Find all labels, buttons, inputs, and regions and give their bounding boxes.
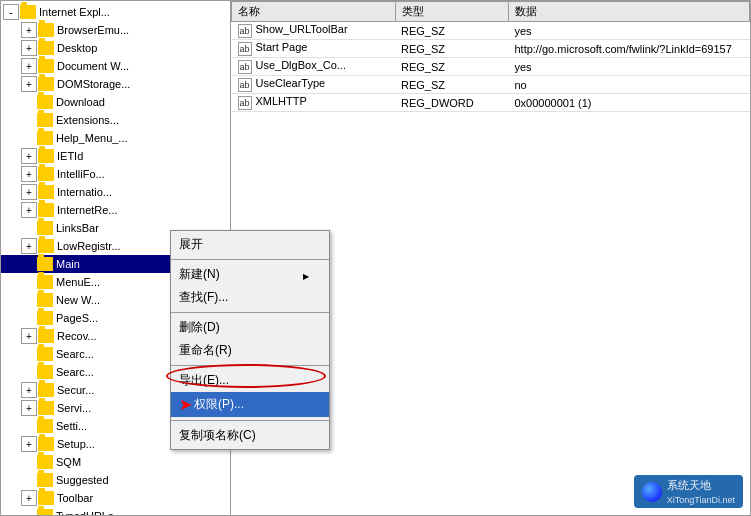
list-item[interactable]: SQM (1, 453, 230, 471)
tree-root[interactable]: - Internet Expl... (1, 3, 230, 21)
folder-icon (37, 419, 53, 433)
expand-icon[interactable]: + (21, 58, 37, 74)
expand-placeholder (21, 274, 37, 290)
arrow-icon: ➤ (179, 395, 192, 414)
values-table: 名称 类型 数据 abShow_URLToolBar REG_SZ yes ab… (231, 1, 750, 112)
expand-icon[interactable]: + (21, 166, 37, 182)
list-item[interactable]: + Internatio... (1, 183, 230, 201)
value-type-icon: ab (238, 96, 252, 110)
menu-separator (171, 259, 329, 260)
list-item[interactable]: + Toolbar (1, 489, 230, 507)
folder-icon (38, 59, 54, 73)
menu-item-label: 新建(N) (179, 266, 220, 283)
folder-icon (38, 203, 54, 217)
value-data: yes (508, 58, 749, 76)
folder-icon (38, 383, 54, 397)
folder-icon (37, 455, 53, 469)
table-row[interactable]: abXMLHTTP REG_DWORD 0x00000001 (1) (232, 94, 750, 112)
value-data: yes (508, 22, 749, 40)
list-item[interactable]: + Document W... (1, 57, 230, 75)
watermark-text: 系统天地 XiTongTianDi.net (667, 478, 735, 505)
tree-item-label: Searc... (56, 366, 94, 378)
folder-icon (38, 491, 54, 505)
folder-icon (37, 311, 53, 325)
folder-icon (37, 365, 53, 379)
menu-item-delete[interactable]: 删除(D) (171, 316, 329, 339)
expand-placeholder (21, 94, 37, 110)
folder-icon (37, 221, 53, 235)
expand-placeholder (21, 346, 37, 362)
menu-item-label: 复制项名称(C) (179, 427, 256, 444)
table-row[interactable]: abShow_URLToolBar REG_SZ yes (232, 22, 750, 40)
list-item[interactable]: + InternetRe... (1, 201, 230, 219)
expand-icon[interactable]: + (21, 490, 37, 506)
tree-item-label: Download (56, 96, 105, 108)
menu-item-label: 展开 (179, 236, 203, 253)
value-data: 0x00000001 (1) (508, 94, 749, 112)
expand-icon[interactable]: + (21, 184, 37, 200)
menu-item-new[interactable]: 新建(N) (171, 263, 329, 286)
list-item[interactable]: + IETId (1, 147, 230, 165)
expand-placeholder (21, 508, 37, 515)
expand-icon[interactable]: + (21, 328, 37, 344)
expand-placeholder (21, 112, 37, 128)
tree-item-label: InternetRe... (57, 204, 118, 216)
tree-item-label: PageS... (56, 312, 98, 324)
menu-separator (171, 365, 329, 366)
menu-item-copy-name[interactable]: 复制项名称(C) (171, 424, 329, 447)
list-item[interactable]: + Desktop (1, 39, 230, 57)
tree-item-label: DOMStorage... (57, 78, 130, 90)
context-menu: 展开 新建(N) 查找(F)... 删除(D) 重命名(R) 导出(E)... … (170, 230, 330, 450)
tree-item-label: Internatio... (57, 186, 112, 198)
list-item[interactable]: Download (1, 93, 230, 111)
list-item[interactable]: + IntelliFo... (1, 165, 230, 183)
menu-item-label: 权限(P)... (194, 396, 244, 413)
watermark: 系统天地 XiTongTianDi.net (634, 475, 743, 508)
list-item[interactable]: Help_Menu_... (1, 129, 230, 147)
expand-icon[interactable]: + (21, 76, 37, 92)
expand-icon[interactable]: + (21, 238, 37, 254)
folder-icon (38, 329, 54, 343)
table-row[interactable]: abUse_DlgBox_Co... REG_SZ yes (232, 58, 750, 76)
expand-placeholder (21, 454, 37, 470)
tree-item-label: Setti... (56, 420, 87, 432)
watermark-brand: 系统天地 (667, 479, 711, 491)
expand-icon[interactable]: + (21, 202, 37, 218)
folder-icon-main (37, 257, 53, 271)
value-type: REG_SZ (395, 22, 508, 40)
list-item[interactable]: Suggested (1, 471, 230, 489)
menu-item-find[interactable]: 查找(F)... (171, 286, 329, 309)
expand-icon[interactable]: + (21, 400, 37, 416)
expand-icon[interactable]: + (21, 382, 37, 398)
tree-item-label: Setup... (57, 438, 95, 450)
menu-item-label: 查找(F)... (179, 289, 228, 306)
expand-icon[interactable]: + (21, 148, 37, 164)
folder-icon (37, 347, 53, 361)
table-row[interactable]: abUseClearType REG_SZ no (232, 76, 750, 94)
value-type-icon: ab (238, 42, 252, 56)
tree-item-label: LowRegistr... (57, 240, 121, 252)
expand-placeholder (21, 292, 37, 308)
table-row[interactable]: abStart Page REG_SZ http://go.microsoft.… (232, 40, 750, 58)
globe-icon (642, 482, 662, 502)
folder-icon (37, 275, 53, 289)
expand-icon-root[interactable]: - (3, 4, 19, 20)
list-item[interactable]: + BrowserEmu... (1, 21, 230, 39)
expand-icon[interactable]: + (21, 22, 37, 38)
menu-item-export[interactable]: 导出(E)... (171, 369, 329, 392)
tree-item-label: Searc... (56, 348, 94, 360)
expand-icon[interactable]: + (21, 40, 37, 56)
list-item[interactable]: Extensions... (1, 111, 230, 129)
list-item[interactable]: + DOMStorage... (1, 75, 230, 93)
menu-item-rename[interactable]: 重命名(R) (171, 339, 329, 362)
folder-icon (38, 23, 54, 37)
value-type: REG_SZ (395, 76, 508, 94)
list-item[interactable]: TypedURLs (1, 507, 230, 515)
menu-item-expand[interactable]: 展开 (171, 233, 329, 256)
menu-item-permissions[interactable]: ➤ 权限(P)... (171, 392, 329, 417)
expand-icon[interactable]: + (21, 436, 37, 452)
value-data: no (508, 76, 749, 94)
main-container: - Internet Expl... + BrowserEmu... + Des… (0, 0, 751, 516)
tree-item-label: Document W... (57, 60, 129, 72)
folder-icon (38, 437, 54, 451)
